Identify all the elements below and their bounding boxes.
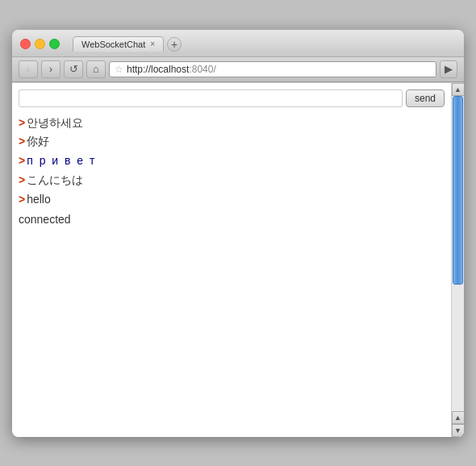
refresh-button[interactable]: ↺ xyxy=(64,60,83,78)
scroll-down-button-top[interactable]: ▲ xyxy=(452,411,465,424)
arrow-icon: > xyxy=(19,152,25,171)
scroll-bottom-arrows: ▲ ▼ xyxy=(452,411,465,437)
message-text: hello xyxy=(27,190,51,210)
go-button[interactable]: ▶ xyxy=(440,60,457,78)
close-button[interactable] xyxy=(20,39,31,49)
message-text: こんにちは xyxy=(27,171,83,190)
tab-title: WebSocketChat xyxy=(81,40,145,49)
list-item: > 안녕하세요 xyxy=(19,114,445,133)
tab-close-icon[interactable]: × xyxy=(150,40,155,48)
messages-list: > 안녕하세요 > 你好 > п р и в е т > こんにちは > h xyxy=(19,114,445,231)
content-area: send > 안녕하세요 > 你好 > п р и в е т > こ xyxy=(12,82,464,437)
traffic-lights xyxy=(20,39,60,49)
list-item: > hello xyxy=(19,190,445,210)
forward-button[interactable]: › xyxy=(41,60,61,78)
arrow-icon: > xyxy=(19,190,25,210)
browser-window: WebSocketChat × + ‹ › ↺ ⌂ ☆ http://local… xyxy=(12,30,464,437)
list-item: > こんにちは xyxy=(19,171,445,190)
status-text: connected xyxy=(19,210,445,230)
input-row: send xyxy=(19,89,445,107)
tab-bar: WebSocketChat × + xyxy=(73,36,182,52)
arrow-icon: > xyxy=(19,171,25,190)
nav-bar: ‹ › ↺ ⌂ ☆ http://localhost:8040/ ▶ xyxy=(12,57,464,82)
new-tab-button[interactable]: + xyxy=(167,37,182,52)
address-bar[interactable]: ☆ http://localhost:8040/ xyxy=(109,61,436,77)
message-text: 안녕하세요 xyxy=(27,114,83,133)
arrow-icon: > xyxy=(19,132,25,152)
maximize-button[interactable] xyxy=(49,39,60,49)
message-text: п р и в е т xyxy=(27,152,96,171)
url-port: :8040/ xyxy=(189,64,215,75)
home-button[interactable]: ⌂ xyxy=(86,60,106,78)
scroll-up-button[interactable]: ▲ xyxy=(452,83,465,96)
minimize-button[interactable] xyxy=(35,39,45,49)
browser-tab[interactable]: WebSocketChat × xyxy=(73,36,164,52)
bookmark-icon: ☆ xyxy=(115,64,123,75)
list-item: > п р и в е т xyxy=(19,152,445,171)
back-button[interactable]: ‹ xyxy=(19,60,38,78)
scroll-track[interactable] xyxy=(452,96,464,411)
title-bar: WebSocketChat × + xyxy=(12,30,464,57)
page-content: send > 안녕하세요 > 你好 > п р и в е т > こ xyxy=(12,83,451,437)
scroll-thumb[interactable] xyxy=(453,96,463,285)
message-input[interactable] xyxy=(19,89,403,107)
message-text: 你好 xyxy=(27,132,49,152)
list-item: > 你好 xyxy=(19,132,445,152)
url-host: http://localhost xyxy=(127,64,189,75)
send-button[interactable]: send xyxy=(406,89,445,107)
arrow-icon: > xyxy=(19,114,25,133)
scrollbar[interactable]: ▲ ▲ ▼ xyxy=(451,83,464,437)
scroll-down-button[interactable]: ▼ xyxy=(452,424,465,437)
url-display: http://localhost:8040/ xyxy=(127,64,216,75)
